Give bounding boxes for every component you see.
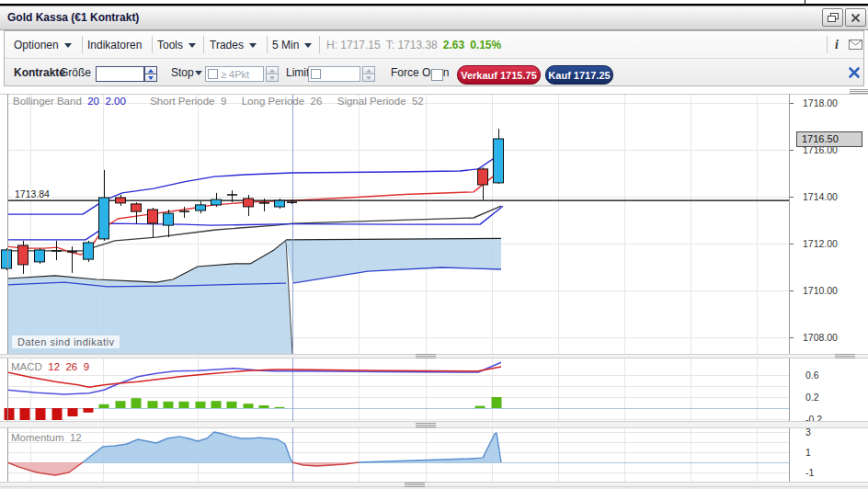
- menu-interval[interactable]: 5 Min: [272, 33, 312, 57]
- short-period-value: 9: [221, 96, 226, 107]
- resize-grip-icon[interactable]: [416, 423, 436, 427]
- svg-text:1710.00: 1710.00: [803, 285, 838, 296]
- quote-change-pct: 0.15%: [470, 39, 501, 51]
- menu-optionen-label: Optionen: [14, 33, 59, 57]
- stop-placeholder: ≥ 4Pkt: [221, 69, 249, 80]
- envelope-icon: [849, 40, 862, 50]
- menu-indikatoren-label: Indikatoren: [87, 33, 142, 57]
- resize-grip-icon[interactable]: [835, 354, 855, 358]
- step-down-icon[interactable]: [362, 74, 375, 82]
- momentum-header: Momentum 12: [11, 432, 82, 443]
- trading-window: Gold Kassa (€1 Kontrakt) Optionen Indika…: [0, 0, 868, 489]
- separator: [152, 36, 153, 53]
- macd-signal-period: 9: [84, 361, 89, 372]
- menu-optionen[interactable]: Optionen: [14, 33, 72, 57]
- sell-button[interactable]: Verkauf 1715.75: [457, 65, 541, 85]
- resize-grip-icon[interactable]: [416, 354, 436, 358]
- separator: [82, 36, 83, 53]
- menu-trades-label: Trades: [210, 33, 244, 57]
- menu-trades[interactable]: Trades: [210, 33, 257, 57]
- window-close-button[interactable]: [845, 8, 866, 27]
- current-price-badge: 1716.50: [796, 131, 862, 147]
- info-button[interactable]: i: [835, 37, 839, 52]
- quote-change: 2.63: [443, 39, 464, 51]
- chevron-down-icon: [188, 43, 196, 48]
- reference-price-label: 1713.84: [13, 188, 51, 199]
- limit-label: Limit: [286, 59, 309, 86]
- bollinger-header: Bollinger Band 20 2.00 Short Periode 9 L…: [13, 96, 424, 107]
- window-titlebar: Gold Kassa (€1 Kontrakt): [0, 6, 868, 30]
- limit-input[interactable]: [308, 66, 360, 82]
- stop-input[interactable]: ≥ 4Pkt: [205, 66, 264, 82]
- order-panel-close-button[interactable]: [848, 66, 862, 80]
- stop-checkbox[interactable]: [208, 69, 218, 79]
- quote-last: T: 1713.38: [386, 39, 438, 51]
- separator: [827, 36, 828, 53]
- separator: [203, 36, 204, 53]
- svg-text:0.2: 0.2: [805, 392, 819, 403]
- long-period-label: Long Periode: [242, 96, 304, 107]
- indicative-data-note: Daten sind indikativ: [12, 335, 120, 348]
- email-button[interactable]: [849, 37, 862, 52]
- chart-collapse-grip[interactable]: [850, 89, 868, 94]
- step-down-icon[interactable]: [266, 74, 279, 82]
- price-chart-canvas[interactable]: 1718.001716.001714.001712.001710.001708.…: [0, 87, 868, 489]
- macd-label: MACD: [11, 361, 42, 372]
- step-up-icon[interactable]: [362, 66, 375, 74]
- svg-text:1: 1: [805, 447, 811, 458]
- menu-row: Optionen Indikatoren Tools Trades 5 Min …: [5, 31, 863, 58]
- chevron-down-icon: [304, 43, 312, 48]
- chevron-down-icon[interactable]: [195, 71, 202, 75]
- short-period-label: Short Periode: [150, 96, 214, 107]
- bollinger-label: Bollinger Band: [13, 96, 82, 107]
- order-row: Kontrakte Größe Stop ≥ 4Pkt Limit: [5, 58, 863, 86]
- svg-text:1712.00: 1712.00: [803, 238, 838, 249]
- buy-button[interactable]: Kauf 1717.25: [545, 65, 613, 85]
- window-restore-button[interactable]: [822, 8, 843, 27]
- bollinger-deviation: 2.00: [105, 96, 125, 107]
- long-period-value: 26: [311, 96, 323, 107]
- close-icon: [848, 66, 861, 79]
- separator: [267, 36, 268, 53]
- close-icon: [851, 13, 861, 23]
- momentum-label: Momentum: [11, 432, 64, 443]
- menu-tools[interactable]: Tools: [157, 33, 196, 57]
- svg-text:0.6: 0.6: [805, 370, 819, 381]
- restore-icon: [828, 13, 839, 23]
- macd-fast-period: 12: [48, 361, 60, 372]
- size-input[interactable]: [96, 66, 144, 82]
- step-down-icon[interactable]: [144, 74, 157, 82]
- step-up-icon[interactable]: [144, 66, 157, 74]
- top-tick-mark: [805, 0, 805, 4]
- size-stepper[interactable]: [144, 66, 157, 82]
- macd-slow-period: 26: [65, 361, 77, 372]
- toolbar: Optionen Indikatoren Tools Trades 5 Min …: [4, 30, 864, 86]
- chevron-down-icon: [249, 43, 257, 48]
- svg-text:1714.00: 1714.00: [803, 191, 838, 202]
- svg-text:1708.00: 1708.00: [803, 332, 838, 343]
- signal-period-value: 52: [412, 96, 424, 107]
- force-open-checkbox[interactable]: [431, 69, 443, 81]
- quote-high: H: 1717.15: [326, 39, 381, 51]
- stop-label: Stop: [171, 59, 194, 86]
- separator: [319, 36, 320, 53]
- step-up-icon[interactable]: [266, 66, 279, 74]
- menu-interval-label: 5 Min: [272, 33, 299, 57]
- size-label: Größe: [60, 59, 91, 86]
- menu-tools-label: Tools: [157, 33, 183, 57]
- limit-checkbox[interactable]: [311, 69, 321, 79]
- momentum-period: 12: [70, 432, 82, 443]
- chevron-down-icon: [64, 43, 72, 48]
- signal-period-label: Signal Periode: [337, 96, 406, 107]
- stop-stepper[interactable]: [266, 66, 279, 82]
- limit-stepper[interactable]: [362, 66, 375, 82]
- menu-indikatoren[interactable]: Indikatoren: [87, 33, 142, 57]
- svg-text:-1: -1: [805, 467, 814, 478]
- window-title: Gold Kassa (€1 Kontrakt): [7, 6, 139, 29]
- svg-text:1718.00: 1718.00: [803, 97, 838, 108]
- macd-header: MACD 12 26 9: [11, 361, 89, 372]
- quote-readout: H: 1717.15 T: 1713.38 2.63 0.15%: [326, 33, 501, 57]
- bollinger-period: 20: [87, 96, 99, 107]
- info-icon: i: [835, 38, 839, 52]
- contracts-label: Kontrakte: [14, 59, 65, 86]
